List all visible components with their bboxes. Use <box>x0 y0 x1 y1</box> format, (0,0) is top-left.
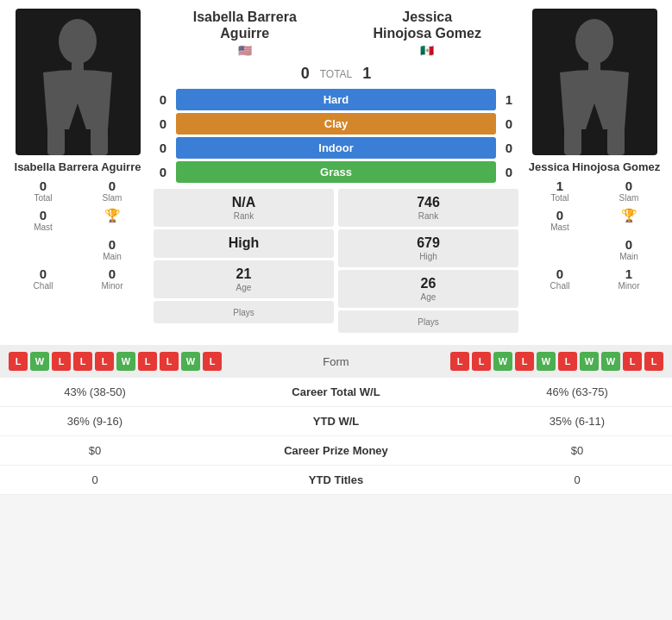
grass-right-score: 0 <box>499 165 518 179</box>
left-total-cell: 0 Total <box>9 177 78 204</box>
left-form-badge-w: W <box>181 352 200 371</box>
left-total-label: Total <box>34 193 52 203</box>
right-form-badge-w: W <box>580 352 599 371</box>
right-form-badge-l: L <box>450 352 469 371</box>
right-form-badge-w: W <box>493 352 512 371</box>
left-chall-value: 0 <box>40 266 47 281</box>
right-header-name: Jessica Hinojosa Gomez <box>336 9 519 41</box>
stats-left-3: 0 <box>9 473 181 486</box>
right-chall-label: Chall <box>550 281 570 291</box>
right-high-tile: 679 High <box>338 229 518 267</box>
left-minor-cell: 0 Minor <box>78 265 147 292</box>
left-form-badge-l: L <box>9 352 28 371</box>
grass-left-score: 0 <box>154 165 173 179</box>
left-form-badge-w: W <box>116 352 135 371</box>
right-age-tile: 26 Age <box>338 270 518 308</box>
right-player-panel: Jessica Hinojosa Gomez 1 Total 0 Slam 0 … <box>525 9 663 333</box>
left-form-badge-l: L <box>52 352 71 371</box>
right-slam-label: Slam <box>619 193 639 203</box>
right-chall-cell: 0 Chall <box>525 265 594 292</box>
stats-right-2: $0 <box>491 444 663 457</box>
right-form-badge-l: L <box>558 352 577 371</box>
right-total-label: Total <box>550 193 568 203</box>
clay-right-score: 0 <box>499 116 518 131</box>
svg-rect-3 <box>91 128 108 155</box>
right-total-value: 1 <box>556 178 563 193</box>
right-main-label: Main <box>619 252 638 261</box>
right-player-stats: 1 Total 0 Slam 0 Mast 🏆 0 Main <box>525 177 663 292</box>
stats-row-2: $0 Career Prize Money $0 <box>0 436 672 466</box>
left-rank-value: N/A <box>158 195 330 210</box>
left-form-badge-l: L <box>160 352 179 371</box>
right-minor-value: 1 <box>625 266 632 281</box>
right-form-badge-w: W <box>537 352 556 371</box>
right-form-badge-l: L <box>515 352 534 371</box>
left-flag: 🇺🇸 <box>154 44 336 57</box>
right-trophy-icon: 🏆 <box>621 208 637 223</box>
stats-right-3: 0 <box>491 473 663 486</box>
form-label: Form <box>229 355 443 368</box>
left-form-badge-l: L <box>95 352 114 371</box>
left-mast-cell: 0 Mast <box>9 206 78 234</box>
svg-point-0 <box>59 19 97 64</box>
left-slam-label: Slam <box>103 193 122 203</box>
left-plays-tile: Plays <box>154 301 334 323</box>
right-rank-value: 746 <box>342 195 514 210</box>
grass-row: 0 Grass 0 <box>154 161 518 183</box>
right-total-cell: 1 Total <box>525 177 594 204</box>
left-player-stats: 0 Total 0 Slam 0 Mast 🏆 0 Main <box>9 177 147 292</box>
center-panel: Isabella Barrera Aguirre 🇺🇸 Jessica Hino… <box>154 9 518 333</box>
stats-row-0: 43% (38-50) Career Total W/L 46% (63-75) <box>0 378 672 407</box>
left-total-value: 0 <box>40 178 47 193</box>
right-form-badges: LLWLWLWWLL <box>450 352 663 371</box>
stats-row-1: 36% (9-16) YTD W/L 35% (6-11) <box>0 407 672 436</box>
right-player-photo <box>532 9 657 155</box>
left-player-panel: Isabella Barrera Aguirre 0 Total 0 Slam … <box>9 9 147 333</box>
left-chall-label: Chall <box>34 281 53 291</box>
svg-point-4 <box>575 19 613 64</box>
left-silhouette <box>26 17 129 155</box>
left-main-mast-spacer: 0 Main <box>78 235 147 263</box>
total-right-score: 1 <box>362 65 371 83</box>
indoor-row: 0 Indoor 0 <box>154 137 518 159</box>
hard-right-score: 1 <box>499 92 518 107</box>
stats-right-1: 35% (6-11) <box>491 415 663 428</box>
right-chall-value: 0 <box>556 266 563 281</box>
left-trophy-cell: 🏆 <box>78 206 147 234</box>
left-mast-label: Mast <box>34 222 53 232</box>
right-plays-label: Plays <box>342 317 514 327</box>
stats-table: 43% (38-50) Career Total W/L 46% (63-75)… <box>0 378 672 495</box>
left-age-label: Age <box>158 283 330 292</box>
indoor-right-score: 0 <box>499 141 518 155</box>
form-section: LWLLLWLLWL Form LLWLWLWWLL <box>0 345 672 378</box>
left-player-name: Isabella Barrera Aguirre <box>15 160 141 173</box>
left-form-badges: LWLLLWLLWL <box>9 352 222 371</box>
left-form-badge-l: L <box>73 352 92 371</box>
clay-row: 0 Clay 0 <box>154 113 518 135</box>
right-slam-value: 0 <box>625 178 632 193</box>
indoor-left-score: 0 <box>154 141 173 155</box>
right-high-label: High <box>342 252 514 261</box>
left-main-label: Main <box>103 252 122 261</box>
right-mast-value: 0 <box>556 208 563 222</box>
svg-rect-7 <box>607 128 625 155</box>
left-form-badge-l: L <box>138 352 157 371</box>
right-flag: 🇲🇽 <box>336 44 519 57</box>
right-mast-cell: 0 Mast <box>525 206 594 234</box>
left-form-badge-l: L <box>203 352 222 371</box>
stats-right-0: 46% (63-75) <box>491 385 663 398</box>
stats-row-3: 0 YTD Titles 0 <box>0 466 672 495</box>
right-minor-cell: 1 Minor <box>594 265 663 292</box>
left-rank-label: Rank <box>158 211 330 221</box>
clay-btn: Clay <box>176 113 496 135</box>
right-plays-tile: Plays <box>338 310 518 333</box>
left-age-tile: 21 Age <box>154 260 334 298</box>
left-form-badge-w: W <box>30 352 49 371</box>
right-main-spacer: 0 Main <box>594 235 663 263</box>
total-label: Total <box>320 68 353 80</box>
left-chall-cell: 0 Chall <box>9 265 78 292</box>
left-player-photo <box>16 9 141 155</box>
left-header-name: Isabella Barrera Aguirre <box>154 9 336 41</box>
grass-btn: Grass <box>176 161 496 183</box>
right-silhouette <box>543 17 646 155</box>
